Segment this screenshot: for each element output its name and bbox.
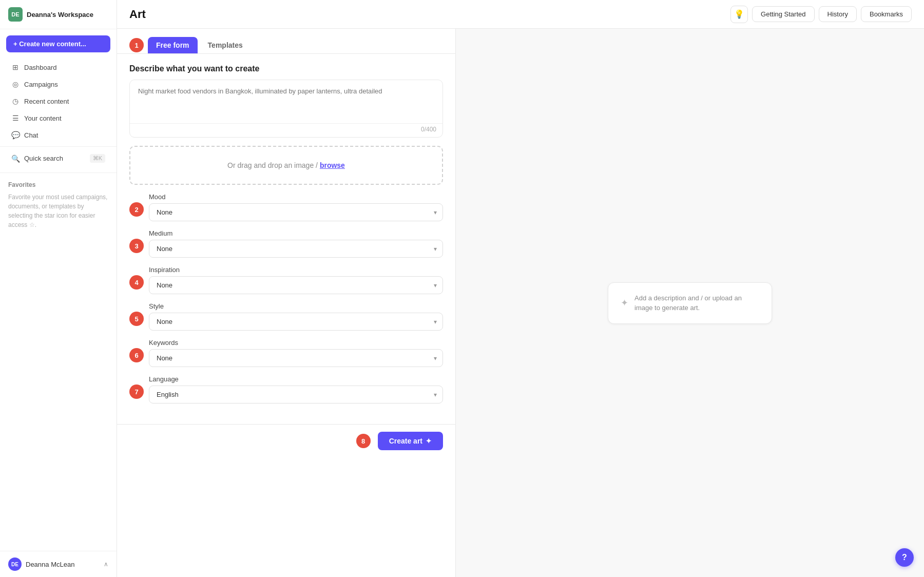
- step-8-badge: 8: [356, 434, 371, 448]
- description-section: 0/400: [129, 80, 443, 138]
- topbar-actions: 💡 Getting Started History Bookmarks: [730, 6, 912, 23]
- image-drop-zone[interactable]: Or drag and drop an image / browse: [129, 146, 443, 185]
- favorites-hint: Favorite your most used campaigns, docum…: [8, 193, 108, 229]
- your-content-icon: ☰: [11, 114, 20, 122]
- sidebar-nav: ⊞ Dashboard ◎ Campaigns ◷ Recent content…: [0, 56, 117, 169]
- sidebar-item-chat[interactable]: 💬 Chat: [3, 127, 113, 143]
- step-4-badge: 4: [129, 275, 144, 290]
- main-area: Art 💡 Getting Started History Bookmarks …: [117, 0, 924, 577]
- sidebar: DE Deanna's Workspace + Create new conte…: [0, 0, 117, 577]
- page-title: Art: [129, 8, 146, 21]
- sidebar-header: DE Deanna's Workspace: [0, 0, 117, 29]
- quick-search-shortcut: ⌘K: [90, 154, 105, 163]
- workspace-name: Deanna's Workspace: [27, 11, 93, 18]
- history-button[interactable]: History: [819, 6, 857, 22]
- getting-started-button[interactable]: Getting Started: [752, 6, 814, 22]
- chat-icon: 💬: [11, 131, 20, 139]
- tab-templates[interactable]: Templates: [200, 37, 251, 53]
- field-label-inspiration: Inspiration: [149, 266, 443, 274]
- field-content-mood: Mood None: [149, 193, 443, 221]
- field-content-medium: Medium None: [149, 229, 443, 258]
- select-wrapper-medium: None: [149, 240, 443, 258]
- sidebar-item-label-chat: Chat: [24, 131, 38, 139]
- workspace-avatar: DE: [8, 7, 23, 22]
- lightbulb-icon-button[interactable]: 💡: [730, 6, 748, 23]
- create-art-icon: ✦: [426, 437, 432, 445]
- select-keywords[interactable]: None: [149, 349, 443, 367]
- nav-divider: [0, 146, 117, 147]
- field-label-medium: Medium: [149, 229, 443, 237]
- sidebar-item-recent-content[interactable]: ◷ Recent content: [3, 93, 113, 109]
- field-label-language: Language: [149, 375, 443, 383]
- field-label-mood: Mood: [149, 193, 443, 201]
- create-art-label: Create art: [389, 437, 422, 445]
- hint-text: Add a description and / or upload an ima…: [634, 293, 759, 313]
- sidebar-item-label-your-content: Your content: [24, 114, 62, 122]
- field-group-keywords: 6 Keywords None: [129, 339, 443, 367]
- select-style[interactable]: None: [149, 313, 443, 331]
- favorites-section: Favorites Favorite your most used campai…: [0, 176, 117, 235]
- select-medium[interactable]: None: [149, 240, 443, 258]
- field-group-language: 7 Language English: [129, 375, 443, 403]
- right-panel: ✦ Add a description and / or upload an i…: [456, 29, 924, 577]
- dashboard-icon: ⊞: [11, 63, 20, 71]
- step-3-badge: 3: [129, 239, 144, 253]
- fields-container: 2 Mood None 3 Medium None 4 Inspiration: [129, 193, 443, 403]
- field-group-inspiration: 4 Inspiration None: [129, 266, 443, 294]
- form-section-title: Describe what you want to create: [129, 54, 443, 80]
- field-content-style: Style None: [149, 302, 443, 331]
- topbar: Art 💡 Getting Started History Bookmarks: [117, 0, 924, 29]
- sidebar-item-label-dashboard: Dashboard: [24, 64, 57, 71]
- field-group-style: 5 Style None: [129, 302, 443, 331]
- field-content-inspiration: Inspiration None: [149, 266, 443, 294]
- sidebar-item-your-content[interactable]: ☰ Your content: [3, 110, 113, 126]
- sidebar-item-dashboard[interactable]: ⊞ Dashboard: [3, 59, 113, 75]
- tab-free-form[interactable]: Free form: [148, 37, 198, 53]
- field-group-mood: 2 Mood None: [129, 193, 443, 221]
- form-body: Describe what you want to create 0/400 O…: [117, 54, 455, 424]
- select-wrapper-keywords: None: [149, 349, 443, 367]
- sidebar-footer[interactable]: DE Deanna McLean ∧: [0, 551, 117, 577]
- search-icon: 🔍: [11, 155, 20, 163]
- select-wrapper-style: None: [149, 313, 443, 331]
- favorites-title: Favorites: [8, 181, 108, 188]
- wand-icon: ✦: [621, 297, 628, 309]
- field-content-language: Language English: [149, 375, 443, 403]
- form-panel: 1 Free form Templates Describe what you …: [117, 29, 456, 577]
- select-mood[interactable]: None: [149, 203, 443, 221]
- sidebar-item-label-quick-search: Quick search: [24, 155, 63, 162]
- bookmarks-button[interactable]: Bookmarks: [861, 6, 912, 22]
- select-inspiration[interactable]: None: [149, 276, 443, 294]
- sidebar-item-quick-search[interactable]: 🔍 Quick search ⌘K: [3, 150, 113, 167]
- step-7-badge: 7: [129, 384, 144, 399]
- recent-content-icon: ◷: [11, 97, 20, 105]
- campaigns-icon: ◎: [11, 80, 20, 88]
- description-textarea[interactable]: [130, 80, 442, 121]
- field-group-medium: 3 Medium None: [129, 229, 443, 258]
- select-wrapper-mood: None: [149, 203, 443, 221]
- create-art-button[interactable]: Create art ✦: [378, 432, 443, 450]
- field-content-keywords: Keywords None: [149, 339, 443, 367]
- help-button[interactable]: ?: [895, 548, 914, 567]
- step-1-badge: 1: [129, 38, 144, 52]
- select-wrapper-inspiration: None: [149, 276, 443, 294]
- char-count: 0/400: [130, 123, 442, 137]
- chevron-up-icon: ∧: [104, 561, 108, 568]
- create-new-button[interactable]: + Create new content...: [6, 35, 110, 52]
- drop-zone-text: Or drag and drop an image /: [227, 161, 320, 169]
- step-2-badge: 2: [129, 202, 144, 217]
- browse-link[interactable]: browse: [320, 161, 345, 169]
- step-6-badge: 6: [129, 348, 144, 362]
- user-name: Deanna McLean: [26, 561, 74, 568]
- step-5-badge: 5: [129, 312, 144, 326]
- sidebar-item-campaigns[interactable]: ◎ Campaigns: [3, 76, 113, 92]
- select-language[interactable]: English: [149, 386, 443, 403]
- user-avatar: DE: [8, 557, 22, 571]
- field-label-style: Style: [149, 302, 443, 310]
- hint-card: ✦ Add a description and / or upload an i…: [608, 282, 772, 324]
- sidebar-item-label-campaigns: Campaigns: [24, 81, 58, 88]
- select-wrapper-language: English: [149, 386, 443, 403]
- bottom-bar: 8 Create art ✦: [117, 424, 455, 457]
- field-label-keywords: Keywords: [149, 339, 443, 347]
- user-info: DE Deanna McLean: [8, 557, 74, 571]
